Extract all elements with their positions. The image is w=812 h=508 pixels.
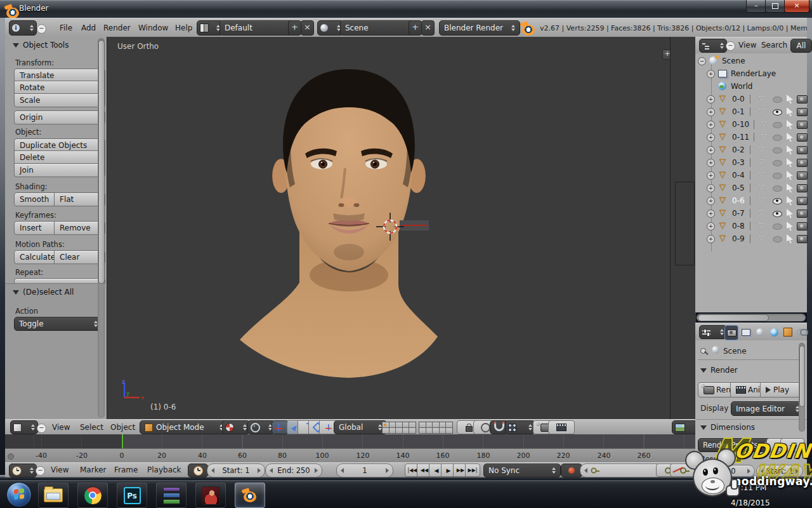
- origin-button[interactable]: Origin: [14, 110, 105, 124]
- object-label[interactable]: 0-4: [732, 171, 745, 180]
- tab-constraints[interactable]: [796, 325, 808, 339]
- object-label[interactable]: 0-5: [732, 184, 745, 192]
- outliner-row-renderlayer[interactable]: + RenderLaye: [695, 67, 807, 80]
- renderlayer-label[interactable]: RenderLaye: [731, 69, 776, 78]
- scroll-cap-right[interactable]: [686, 453, 693, 460]
- tab-scene[interactable]: [754, 325, 766, 339]
- delete-keyframes-button[interactable]: [670, 464, 697, 477]
- visibility-toggle-icon[interactable]: [773, 211, 782, 217]
- selectable-toggle-icon[interactable]: [787, 133, 793, 142]
- current-frame-line[interactable]: [122, 434, 123, 448]
- selectable-toggle-icon[interactable]: [787, 184, 793, 192]
- expand-icon[interactable]: +: [707, 146, 715, 154]
- taskbar-nba-app[interactable]: [195, 483, 226, 508]
- renderable-toggle-icon[interactable]: [797, 133, 808, 142]
- menu-add[interactable]: Add: [81, 23, 96, 32]
- properties-scrollbar-thumb[interactable]: [799, 345, 805, 407]
- record-button[interactable]: [561, 464, 582, 478]
- jump-to-end-button[interactable]: ▶▶|: [465, 464, 480, 477]
- deselect-panel-header[interactable]: (De)select All: [13, 288, 74, 297]
- render-presets-dropdown[interactable]: Render Presets: [698, 438, 773, 452]
- menu-marker[interactable]: Marker: [80, 465, 106, 474]
- outliner-row-object[interactable]: + ▽ 0-9 ▽: [695, 232, 807, 245]
- renderable-toggle-icon[interactable]: [797, 197, 808, 205]
- frame-start-field[interactable]: Start: 1: [756, 465, 803, 476]
- play-rendered-button[interactable]: Play: [760, 382, 803, 398]
- selectable-toggle-icon[interactable]: [787, 145, 793, 154]
- renderable-toggle-icon[interactable]: [797, 184, 808, 192]
- expand-icon[interactable]: +: [707, 95, 715, 104]
- visibility-toggle-icon[interactable]: [773, 185, 782, 192]
- renderable-toggle-icon[interactable]: [797, 235, 808, 243]
- timeline-ruler[interactable]: -40 -20 0 20 40 60 80 100 120 140 160 18…: [5, 448, 695, 463]
- expand-icon[interactable]: +: [707, 108, 715, 116]
- layers-grid-1[interactable]: [382, 422, 416, 434]
- object-label[interactable]: 0-7: [732, 209, 745, 218]
- add-layout-button[interactable]: +: [288, 20, 301, 36]
- delete-layout-button[interactable]: ×: [301, 20, 314, 36]
- render-panel-header[interactable]: Render: [700, 366, 738, 375]
- visibility-toggle-icon[interactable]: [773, 160, 782, 166]
- taskbar-explorer[interactable]: [38, 483, 69, 508]
- selectable-toggle-icon[interactable]: [787, 95, 793, 104]
- menu-search[interactable]: Search: [761, 41, 787, 50]
- outliner-filter-dropdown[interactable]: All: [790, 39, 812, 53]
- outliner-scrollbar-thumb[interactable]: [698, 314, 769, 321]
- outliner-row-object[interactable]: + ▽ 0-4 ▽: [695, 169, 807, 182]
- menu-view[interactable]: View: [738, 41, 756, 50]
- selectable-toggle-icon[interactable]: [787, 222, 793, 231]
- minimize-button[interactable]: –: [746, 0, 766, 13]
- current-frame-field[interactable]: 1: [336, 464, 393, 478]
- menu-help[interactable]: Help: [175, 23, 192, 32]
- object-label[interactable]: 0-0: [732, 95, 745, 104]
- outliner-row-object[interactable]: + ▽ 0-11 ▽: [695, 131, 807, 144]
- outliner-row-object[interactable]: + ▽ 0-3 ▽: [695, 156, 807, 169]
- frame-start-field[interactable]: Start: 1: [207, 464, 265, 478]
- selectable-toggle-icon[interactable]: [787, 158, 793, 167]
- delete-scene-button[interactable]: ×: [421, 20, 435, 36]
- use-preview-range-button[interactable]: [188, 464, 208, 478]
- taskbar-clock-time[interactable]: 7:11 PM: [736, 483, 766, 492]
- viewport-3d[interactable]: User Ortho: [107, 37, 670, 419]
- layers-grid-2[interactable]: [419, 422, 453, 434]
- menu-window[interactable]: Window: [138, 23, 168, 32]
- pin-icon[interactable]: [700, 348, 706, 354]
- image-editor-sliver[interactable]: [670, 37, 696, 419]
- outliner-row-object[interactable]: + ▽ 0-0 ▽: [695, 93, 807, 105]
- object-label[interactable]: 0-9: [732, 234, 745, 243]
- object-label[interactable]: 0-10: [732, 120, 749, 129]
- renderable-toggle-icon[interactable]: [797, 171, 808, 180]
- expand-icon[interactable]: +: [707, 184, 715, 192]
- render-engine-dropdown[interactable]: Blender Render: [439, 20, 520, 36]
- editor-type-button-properties[interactable]: [699, 325, 727, 339]
- properties-scrollbar[interactable]: [799, 343, 805, 432]
- expand-icon[interactable]: +: [707, 70, 715, 78]
- editor-type-button-info[interactable]: i: [9, 20, 37, 36]
- tool-shelf-scrollbar[interactable]: [98, 38, 105, 418]
- expand-icon[interactable]: +: [707, 235, 715, 243]
- window-titlebar[interactable]: Blender – ×: [0, 0, 812, 18]
- object-label[interactable]: 0-2: [732, 145, 745, 154]
- selectable-toggle-icon[interactable]: [787, 234, 793, 243]
- visibility-toggle-icon[interactable]: [773, 198, 782, 204]
- selectable-toggle-icon[interactable]: [787, 171, 793, 180]
- menu-file[interactable]: File: [60, 23, 72, 32]
- taskbar-chrome[interactable]: [77, 483, 108, 508]
- renderable-toggle-icon[interactable]: [797, 159, 808, 167]
- tool-shelf-scrollbar-thumb[interactable]: [98, 40, 105, 284]
- resolution-x-field[interactable]: 1920: [698, 465, 755, 476]
- collapse-menus-button[interactable]: −: [37, 424, 46, 433]
- taskbar-winrar[interactable]: [156, 483, 187, 508]
- orientation-dropdown[interactable]: Global: [334, 420, 387, 434]
- renderable-toggle-icon[interactable]: [797, 121, 808, 129]
- opengl-anim-button[interactable]: [548, 420, 575, 434]
- frame-end-field[interactable]: End: 250: [265, 464, 322, 478]
- object-label[interactable]: 0-11: [732, 133, 749, 142]
- visibility-toggle-icon[interactable]: [773, 147, 782, 154]
- scroll-cap-left[interactable]: [8, 453, 14, 460]
- renderable-toggle-icon[interactable]: [797, 210, 808, 218]
- object-label[interactable]: 0-6: [732, 196, 745, 205]
- expand-icon[interactable]: +: [707, 171, 715, 180]
- object-tools-panel-header[interactable]: Object Tools: [13, 41, 69, 50]
- close-button[interactable]: ×: [784, 0, 809, 13]
